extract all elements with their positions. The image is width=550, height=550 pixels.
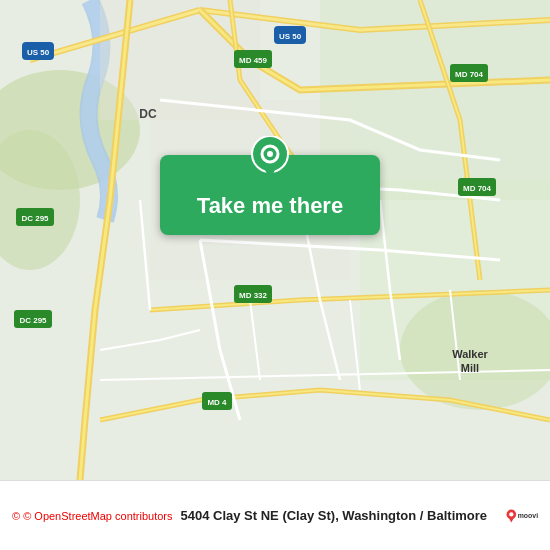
svg-text:Walker: Walker [452,348,488,360]
svg-text:MD 704: MD 704 [463,184,492,193]
svg-text:DC 295: DC 295 [21,214,49,223]
take-me-there-button[interactable]: Take me there [160,155,380,235]
location-info: 5404 Clay St NE (Clay St), Washington / … [173,508,506,523]
svg-text:MD 4: MD 4 [207,398,227,407]
copyright-symbol: © [12,510,20,522]
location-name: 5404 Clay St NE (Clay St), Washington / … [181,508,498,523]
svg-marker-34 [509,517,514,522]
svg-text:DC: DC [139,107,157,121]
svg-point-35 [509,512,513,516]
svg-text:moovit: moovit [518,512,538,519]
svg-text:MD 704: MD 704 [455,70,484,79]
svg-marker-32 [264,168,276,180]
location-pin-icon [245,133,295,183]
svg-point-31 [267,151,273,157]
button-label: Take me there [177,183,363,235]
map-container: US 50 US 50 MD 459 MD 704 MD 704 DC 295 … [0,0,550,480]
svg-text:US 50: US 50 [279,32,302,41]
moovit-icon: moovit [506,500,538,532]
attribution-text: © OpenStreetMap contributors [23,510,172,522]
svg-text:US 50: US 50 [27,48,50,57]
bottom-bar: © © OpenStreetMap contributors 5404 Clay… [0,480,550,550]
moovit-logo: moovit [506,500,538,532]
svg-text:MD 459: MD 459 [239,56,268,65]
svg-text:MD 332: MD 332 [239,291,268,300]
map-attribution: © © OpenStreetMap contributors [12,510,173,522]
svg-text:DC 295: DC 295 [19,316,47,325]
svg-text:Mill: Mill [461,362,479,374]
